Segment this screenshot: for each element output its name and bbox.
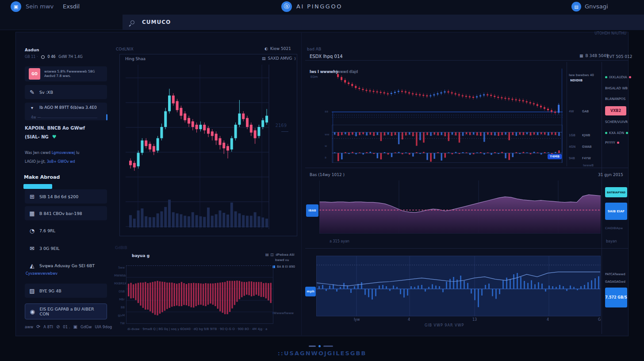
status-a: GB 11 · [25, 55, 38, 59]
red-y-label: OSB [114, 290, 125, 293]
pagination-dash-1[interactable] [309, 346, 316, 347]
red-y-label: MWWbb [114, 274, 125, 277]
sidebar-item-2[interactable]: ◔ 7.6 9RL [25, 223, 107, 238]
search-input[interactable]: CUMUCO [123, 15, 644, 30]
red-legend3: BA B EI 890 [277, 265, 295, 269]
grid-icon[interactable]: ▣ [73, 324, 77, 329]
sidebar-item-2-label: 7.6 9RL [39, 228, 55, 233]
power-icon: ◔ [29, 227, 35, 234]
main-chart-header: COdLNIX [116, 47, 134, 51]
sidebar-paragraph2: LAGIO jv-jjt, 3oB+ GWOv wd [25, 160, 104, 164]
red-waveform-chart[interactable] [126, 266, 273, 323]
bottom-left-badge: mph [305, 287, 316, 296]
sidebar-status-row: GB 11 · 0 46 GdW 7H 1.4G [25, 55, 83, 59]
para1-text: Was Jwn cwwd [25, 151, 52, 155]
main-chart-header-right[interactable]: ◐ Kiew 5021 [264, 46, 291, 51]
tr-legend-row-6: PYYYY [605, 141, 619, 145]
main-chart-sub-right[interactable]: ▤ SAXD AMVG ⟩ [262, 56, 296, 61]
sidebar-item-4[interactable]: ◭ Svqwa Aduvay Go SEI 6BT [25, 258, 107, 273]
tr-legend-row-1: IXXLAUDIA [605, 75, 631, 79]
red-y-label: gjvM [114, 314, 125, 317]
tr-legend1: IXXLAUDIA [609, 75, 627, 79]
para2-text: LAGIO jv-jjt, [25, 160, 47, 164]
tr-y-value: GWAB [582, 145, 592, 149]
panel-icon: ▤ [262, 56, 266, 61]
brand-label[interactable]: Sein mwv [26, 3, 54, 10]
grid-small-icon: ▦ [579, 54, 583, 58]
top-bar: ▣ Sein mwv Exsdil ⓐ AI PINGGOO ▤ Gnvsagi [0, 0, 644, 13]
sidebar-item-5[interactable]: ▨ BYE 9G 4B [25, 284, 107, 298]
main-chart-view-label: Kiew 5021 [270, 46, 291, 51]
user-label[interactable]: Gnvsagi [585, 3, 608, 10]
nav-item[interactable]: Exsdil [63, 3, 80, 10]
mountain-icon: ◭ [29, 262, 35, 269]
sidebar-item-3-label: 3 0G 9EIL [39, 246, 60, 251]
tr-left-tick: a [325, 156, 326, 159]
tr-legend6: PYYYY [605, 141, 615, 145]
red-dot-icon [617, 142, 619, 144]
red-y-label: MBr [114, 298, 125, 301]
mid-blue-badge[interactable]: 9AIB EIAF [605, 203, 627, 220]
promo-badge: GO [29, 68, 40, 80]
sidebar-item-1[interactable]: ▦ B 841 CBOv bar-198 [25, 206, 107, 220]
bottom-badge[interactable]: 7.572 GB/S [605, 288, 627, 307]
doc-icon[interactable]: ▤ [265, 253, 269, 257]
sidebar-item-5-label: BYE 9G 4B [39, 288, 61, 293]
sidebar-promo-item[interactable]: GO wswwa 5.8% Fwwwwwwb 58G Awdvd 7.8 wws… [25, 66, 107, 81]
green-dot-icon [605, 132, 607, 134]
pagination-dash-2[interactable] [323, 346, 333, 347]
mid-x-right: bayan [606, 239, 617, 243]
para1-link[interactable]: Lgmsvwvwwj [52, 151, 75, 155]
bottom-bar-line-chart[interactable] [317, 256, 600, 316]
tr-y-tick: 1GB [569, 134, 575, 137]
promo-line2: Awdvd 7.8 wws. [44, 74, 71, 78]
mid-panel-title: Bas (14wy 1012 ) [310, 173, 345, 177]
mid-note: CIAIDIBIApw [605, 227, 623, 230]
mid-area-chart[interactable] [319, 180, 601, 234]
main-candlestick-chart[interactable] [126, 65, 291, 234]
tr-indicator-chart[interactable] [332, 125, 562, 162]
sidebar-item-link[interactable]: Cyvawwvwvwbwv [26, 272, 58, 276]
tr-panel-header: bad AB [307, 47, 321, 51]
block-icon[interactable]: ⊘ [56, 324, 60, 329]
para2-link[interactable]: 3oB+ GWOv wd [47, 160, 75, 164]
bank-icon: ▦ [29, 210, 35, 217]
red-y-label: BB [114, 306, 125, 309]
sketch-icon: ✎ [29, 89, 35, 96]
mid-cyan-badge[interactable]: BATBIAPYAD [605, 187, 627, 197]
refresh-icon[interactable]: ⟳ [36, 324, 40, 330]
tr-meta1: B 34B 5049 [586, 54, 609, 58]
half-circle-icon: ◐ [264, 46, 268, 51]
pagination-dot[interactable] [318, 345, 321, 347]
tr-legend4: SCHER/VUIVR [605, 120, 628, 124]
progress-bar [23, 184, 52, 189]
dropdown-slider-track[interactable] [41, 118, 97, 118]
red-dot-icon [629, 76, 631, 78]
sidebar-item-3[interactable]: ✉ 3 0G 9EIL [25, 241, 107, 255]
chat-icon: ✉ [29, 245, 35, 252]
tr-y-value: F4YW [582, 157, 591, 160]
sketch-label: Sv :XB [39, 90, 53, 95]
sidebar-item-sketch[interactable]: ✎ Sv :XB [25, 85, 107, 99]
window-icon[interactable]: ◫ [271, 253, 274, 257]
bottom-note2: GAGAGAGwd [605, 280, 625, 284]
green-dot-icon [605, 76, 607, 78]
sidebar-item-6[interactable]: ◉ EIS EG GAPAB a BU AIBER CON [25, 303, 107, 319]
bottom-x-tick: Iyw [354, 318, 360, 322]
user-avatar-icon[interactable]: ▤ [571, 2, 581, 12]
sidebar-scrollbar[interactable] [106, 114, 107, 120]
app-logo-icon[interactable]: ▣ [11, 1, 21, 12]
sidebar-item-0[interactable]: ⊞ SIB 14 Bd 6d $200 [25, 189, 107, 204]
center-logo-icon[interactable]: ⓐ [281, 1, 292, 12]
image-icon: ▨ [29, 288, 35, 294]
tr-legend-badge[interactable]: VXB2 [605, 106, 626, 115]
tr-note: IwwwB [583, 164, 594, 167]
red-y-label: TW [114, 322, 125, 325]
tr-meta1-row[interactable]: ▦ B 34B 5049 [579, 54, 609, 58]
bottom-panel-divider [305, 248, 629, 249]
column-divider [301, 33, 302, 335]
footer-caption: ::USAGNWOJGILESGBB [0, 350, 644, 357]
tr-candlestick-chart[interactable] [332, 66, 563, 122]
bottom-note1: PATCATwwwd [605, 273, 625, 276]
bottom-x-tick: 4 [547, 318, 549, 322]
